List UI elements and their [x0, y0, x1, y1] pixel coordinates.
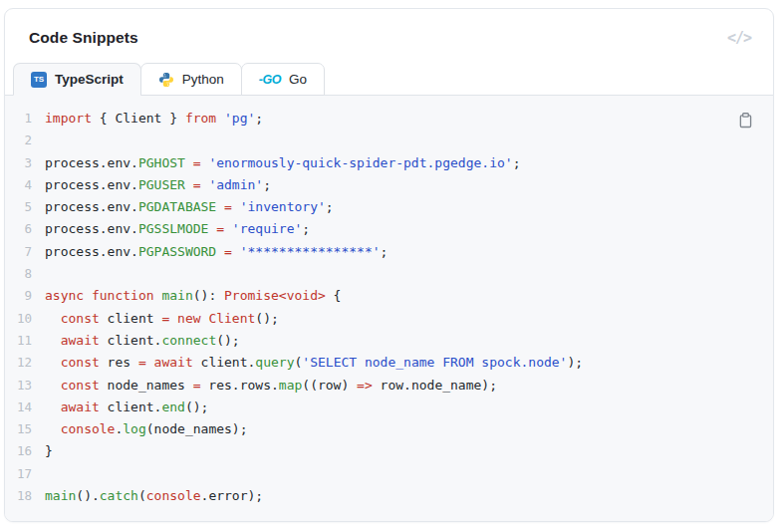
line-number: 16: [5, 440, 45, 462]
line-number: 18: [5, 485, 45, 507]
code-line: 14 await client.end();: [5, 397, 773, 418]
line-number: 17: [5, 463, 45, 485]
line-number: 1: [5, 108, 45, 130]
code-line: 7process.env.PGPASSWORD = '*************…: [5, 241, 773, 263]
code-line: 3process.env.PGHOST = 'enormously-quick-…: [5, 152, 773, 174]
line-content: async function main(): Promise<void> {: [45, 285, 341, 307]
line-number: 11: [5, 330, 45, 352]
line-number: 13: [5, 375, 45, 397]
line-content: await client.connect();: [45, 330, 240, 352]
code-snippets-panel: Code Snippets </> TS TypeScript Python -…: [4, 8, 774, 522]
panel-header: Code Snippets </>: [5, 9, 773, 63]
line-number: 8: [5, 263, 45, 285]
language-tabs: TS TypeScript Python -GO Go: [5, 63, 773, 96]
line-content: const node_names = res.rows.map((row) =>…: [45, 375, 497, 397]
tab-label: Python: [182, 72, 224, 87]
page-title: Code Snippets: [29, 29, 138, 47]
line-number: 5: [5, 196, 45, 218]
code-line: 13 const node_names = res.rows.map((row)…: [5, 375, 773, 397]
code-line: 17: [5, 463, 773, 485]
code-line: 2: [5, 130, 773, 151]
tab-label: TypeScript: [55, 72, 124, 87]
tab-label: Go: [289, 72, 307, 87]
code-line: 8: [5, 263, 773, 285]
line-content: import { Client } from 'pg';: [45, 108, 263, 130]
line-content: process.env.PGPASSWORD = '**************…: [45, 241, 388, 263]
code-brackets-icon: </>: [727, 29, 751, 47]
code-lines: 1import { Client } from 'pg';23process.e…: [5, 108, 773, 507]
line-content: console.log(node_names);: [45, 418, 248, 440]
code-editor: 1import { Client } from 'pg';23process.e…: [5, 95, 773, 521]
line-number: 12: [5, 352, 45, 374]
line-content: process.env.PGDATABASE = 'inventory';: [45, 196, 334, 218]
code-line: 10 const client = new Client();: [5, 308, 773, 330]
code-line: 6process.env.PGSSLMODE = 'require';: [5, 218, 773, 240]
line-content: await client.end();: [45, 397, 208, 418]
line-content: process.env.PGSSLMODE = 'require';: [45, 218, 310, 240]
code-line: 11 await client.connect();: [5, 330, 773, 352]
line-number: 14: [5, 397, 45, 418]
tab-python[interactable]: Python: [140, 63, 242, 96]
line-number: 15: [5, 418, 45, 440]
line-number: 10: [5, 308, 45, 330]
line-number: 9: [5, 285, 45, 307]
code-line: 4process.env.PGUSER = 'admin';: [5, 174, 773, 196]
clipboard-icon: [737, 112, 754, 129]
line-content: }: [45, 440, 53, 462]
go-icon: -GO: [259, 73, 281, 87]
tab-typescript[interactable]: TS TypeScript: [13, 63, 141, 96]
line-content: const res = await client.query('SELECT n…: [45, 352, 583, 374]
line-number: 6: [5, 218, 45, 240]
line-number: 4: [5, 174, 45, 196]
python-icon: [158, 72, 174, 88]
typescript-icon: TS: [31, 72, 47, 88]
code-line: 18main().catch(console.error);: [5, 485, 773, 507]
line-content: process.env.PGUSER = 'admin';: [45, 174, 271, 196]
code-line: 16}: [5, 440, 773, 462]
code-line: 5process.env.PGDATABASE = 'inventory';: [5, 196, 773, 218]
line-number: 3: [5, 152, 45, 174]
line-content: const client = new Client();: [45, 308, 279, 330]
code-line: 15 console.log(node_names);: [5, 418, 773, 440]
code-line: 12 const res = await client.query('SELEC…: [5, 352, 773, 374]
line-content: main().catch(console.error);: [45, 485, 263, 507]
line-number: 7: [5, 241, 45, 263]
code-line: 1import { Client } from 'pg';: [5, 108, 773, 130]
line-number: 2: [5, 130, 45, 151]
line-content: process.env.PGHOST = 'enormously-quick-s…: [45, 152, 520, 174]
tab-go[interactable]: -GO Go: [241, 63, 325, 96]
code-line: 9async function main(): Promise<void> {: [5, 285, 773, 307]
copy-code-button[interactable]: [732, 107, 758, 133]
